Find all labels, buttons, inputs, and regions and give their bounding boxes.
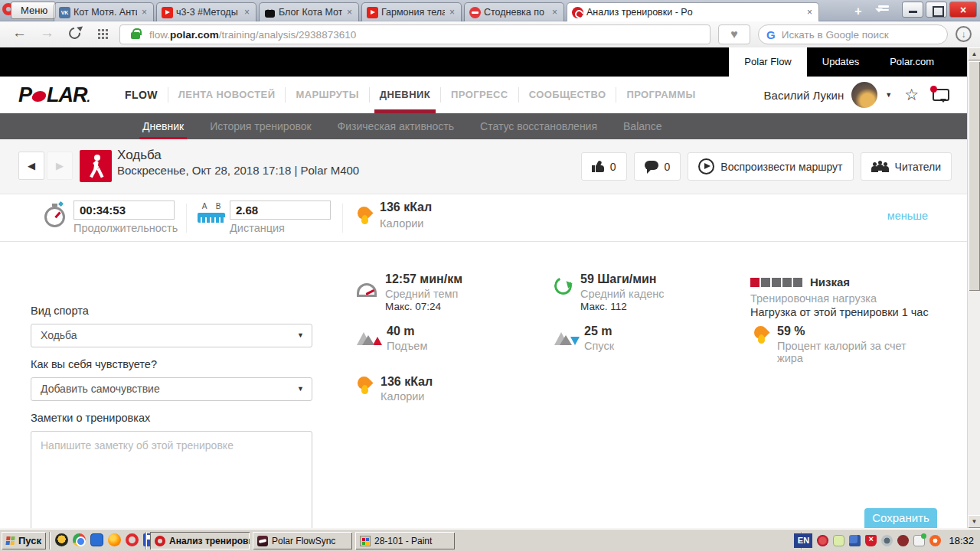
tray-flower-icon[interactable] xyxy=(817,535,828,546)
cadence-refresh-icon xyxy=(552,275,574,297)
ql-aimp-icon[interactable] xyxy=(55,533,68,546)
notifications-icon[interactable] xyxy=(933,89,949,101)
feeling-select[interactable]: Добавить самочувствие▼ xyxy=(31,377,312,401)
screen: Меню VK Кот Мотя. Антимышов × ч3-3 #Мето… xyxy=(0,0,980,551)
readers-button[interactable]: Читатели xyxy=(861,152,952,181)
tray-mail-icon[interactable] xyxy=(913,535,925,546)
task-button-flowsync[interactable]: Polar FlowSync xyxy=(253,532,352,549)
training-header: ◀ ▶ Ходьба Воскресенье, Окт 28, 2018 17:… xyxy=(0,139,980,194)
duration-input[interactable] xyxy=(74,201,175,220)
scroll-up-button[interactable]: ▲ xyxy=(968,47,980,60)
new-tab-button[interactable]: + xyxy=(848,4,868,19)
tab-close-icon[interactable]: × xyxy=(550,7,559,18)
nav-item-routes[interactable]: МАРШРУТЫ xyxy=(286,77,368,113)
vk-favicon-icon: VK xyxy=(59,7,70,18)
favorites-star-icon[interactable]: ☆ xyxy=(904,86,919,104)
tab-polar-flow-active[interactable]: Анализ тренировки - Po × xyxy=(567,2,819,21)
tray-webcam-icon[interactable] xyxy=(881,535,893,546)
people-icon xyxy=(871,161,889,172)
back-button[interactable]: ← xyxy=(12,24,27,41)
show-less-link[interactable]: меньше xyxy=(887,210,928,222)
ql-opera-icon[interactable] xyxy=(126,533,139,546)
tray-recorder-icon[interactable] xyxy=(897,535,909,546)
scroll-down-button[interactable]: ▼ xyxy=(968,515,980,528)
fat-label: Процент калорий за счет жира xyxy=(777,340,930,364)
pace-value: 12:57 мин/км xyxy=(385,272,462,286)
nav-item-feed[interactable]: ЛЕНТА НОВОСТЕЙ xyxy=(168,77,286,113)
topbar-link-polar-com[interactable]: Polar.com xyxy=(874,47,949,77)
page-scrollbar[interactable]: ▲ ▼ xyxy=(967,47,980,528)
tab-close-icon[interactable]: × xyxy=(243,7,251,18)
next-session-button[interactable]: ▶ xyxy=(47,152,73,180)
polar-logo[interactable]: PLAR. xyxy=(18,83,90,107)
search-box: G xyxy=(758,24,948,44)
sport-select[interactable]: Ходьба▼ xyxy=(31,324,312,347)
stat-cadence: 59 Шаги/мин Средний каденс Макс. 112 xyxy=(554,272,665,312)
subnav-item-history[interactable]: История тренировок xyxy=(210,113,311,139)
minimize-button[interactable] xyxy=(902,2,923,18)
nav-item-progress[interactable]: ПРОГРЕСС xyxy=(441,77,518,113)
task-button-analysis[interactable]: Анализ тренировки - ... xyxy=(150,532,250,549)
nav-item-programs[interactable]: ПРОГРАММЫ xyxy=(616,77,705,113)
tab-close-icon[interactable]: × xyxy=(805,7,814,18)
subnav-item-balance[interactable]: Balance xyxy=(623,113,662,139)
tab-close-icon[interactable]: × xyxy=(448,7,456,18)
user-name[interactable]: Василий Лукин xyxy=(764,89,844,102)
nav-item-community[interactable]: СООБЩЕСТВО xyxy=(519,77,616,113)
avatar[interactable] xyxy=(851,82,877,108)
paint-task-icon xyxy=(360,536,371,546)
speed-dial-button[interactable] xyxy=(97,28,108,39)
tab-vk[interactable]: VK Кот Мотя. Антимышов × xyxy=(54,2,154,21)
subnav-item-activity[interactable]: Физическая активность xyxy=(338,113,454,139)
user-menu-caret-icon[interactable]: ▼ xyxy=(885,91,892,99)
language-indicator[interactable]: EN xyxy=(794,533,812,548)
replay-route-button[interactable]: Воспроизвести маршрут xyxy=(688,152,853,181)
address-bar[interactable]: flow.polar.com/training/analysis/2938873… xyxy=(119,24,710,44)
tray-network-icon[interactable] xyxy=(849,535,861,546)
search-input[interactable] xyxy=(782,29,939,41)
load-value: Низкая xyxy=(810,276,850,289)
task-button-paint[interactable]: 28-101 - Paint xyxy=(355,532,455,549)
ql-firefox-icon[interactable] xyxy=(108,533,121,546)
browser-toolbar: ← → flow.polar.com/training/analysis/293… xyxy=(0,21,980,47)
like-button[interactable]: 0 xyxy=(581,152,627,181)
nav-item-diary[interactable]: ДНЕВНИК xyxy=(370,77,440,113)
forward-button[interactable]: → xyxy=(40,24,54,41)
close-window-button[interactable]: × xyxy=(949,2,977,18)
notes-textarea[interactable] xyxy=(31,431,312,528)
tab-title: Стодневка по бегу - 12 xyxy=(484,7,547,18)
tab-youtube-1[interactable]: ч3-3 #Методы увелич × xyxy=(156,2,256,21)
tab-close-icon[interactable]: × xyxy=(140,7,149,18)
tab-cat-blog[interactable]: Блог Кота Моти. × xyxy=(259,2,359,21)
polar-top-bar: Polar Flow Updates Polar.com xyxy=(0,47,980,77)
bookmark-heart-button[interactable]: ♥ xyxy=(718,24,750,44)
topbar-link-polar-flow[interactable]: Polar Flow xyxy=(729,47,806,77)
subnav-item-diary[interactable]: Дневник xyxy=(142,113,184,139)
browser-menu-button[interactable]: Меню xyxy=(11,2,56,19)
duration-label: Продолжительность xyxy=(74,222,178,234)
ql-app-icon[interactable] xyxy=(90,533,103,546)
subnav-item-recovery[interactable]: Статус восстановления xyxy=(480,113,597,139)
topbar-link-updates[interactable]: Updates xyxy=(807,47,874,77)
ql-chrome-icon[interactable] xyxy=(73,533,86,546)
nav-item-flow[interactable]: FLOW xyxy=(115,77,168,113)
maximize-button[interactable] xyxy=(926,2,947,18)
start-button[interactable]: Пуск xyxy=(2,532,46,549)
distance-input[interactable] xyxy=(230,201,331,220)
downloads-button[interactable]: ↓ xyxy=(956,26,972,42)
pace-gauge-icon xyxy=(357,283,377,295)
browser-tab-bar: Меню VK Кот Мотя. Антимышов × ч3-3 #Мето… xyxy=(0,0,980,21)
reload-button[interactable] xyxy=(67,25,83,41)
previous-session-button[interactable]: ◀ xyxy=(18,152,44,180)
ascent-label: Подъем xyxy=(387,340,427,352)
tab-youtube-2[interactable]: Гармония тела - Изото × xyxy=(361,2,462,21)
scrollbar-thumb[interactable] xyxy=(969,61,980,291)
tab-close-icon[interactable]: × xyxy=(345,7,354,18)
tray-shield-icon[interactable] xyxy=(865,535,877,546)
tray-messenger-icon[interactable] xyxy=(833,535,844,546)
tab-menu-button[interactable] xyxy=(875,5,892,18)
tray-antivirus-icon[interactable] xyxy=(929,535,941,546)
tab-running-forum[interactable]: Стодневка по бегу - 12 × xyxy=(464,2,564,21)
comments-button[interactable]: 0 xyxy=(634,152,681,181)
save-button[interactable]: Сохранить xyxy=(864,508,937,528)
